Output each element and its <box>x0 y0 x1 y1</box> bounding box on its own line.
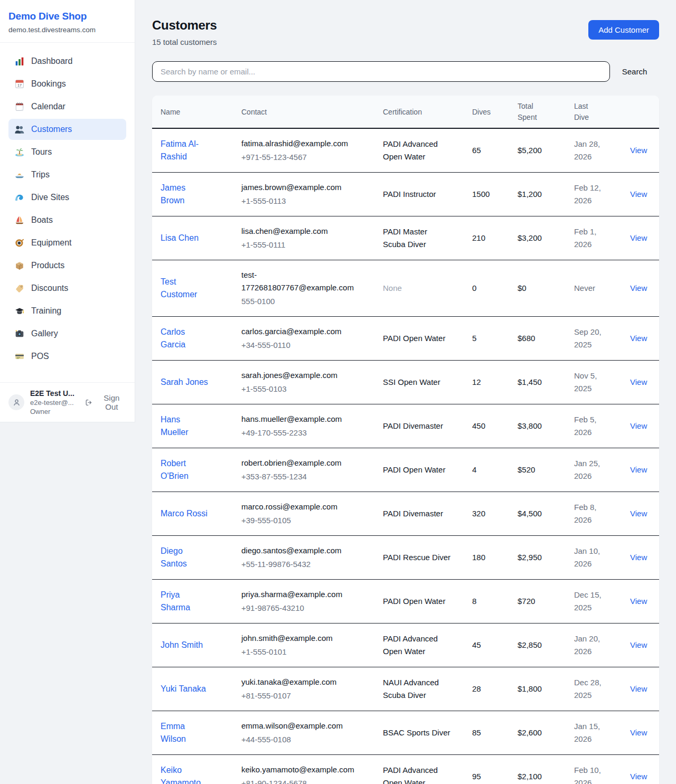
sidebar-item-customers[interactable]: Customers <box>8 119 126 140</box>
total-spent-value: $2,100 <box>509 755 566 784</box>
customer-name-link[interactable]: Keiko Yamamoto <box>161 764 209 784</box>
sidebar-item-label: Gallery <box>31 329 58 338</box>
sidebar-item-boats[interactable]: Boats <box>8 210 126 231</box>
customer-name-link[interactable]: Hans Mueller <box>161 413 209 439</box>
view-link[interactable]: View <box>630 284 647 292</box>
table-row: Priya Sharma priya.sharma@example.com +9… <box>152 580 659 624</box>
view-link[interactable]: View <box>630 553 647 562</box>
customer-email: robert.obrien@example.com <box>241 457 366 469</box>
view-link[interactable]: View <box>630 597 647 606</box>
search-button[interactable]: Search <box>610 67 659 76</box>
dives-value: 180 <box>464 536 509 580</box>
last-dive-value: Feb 8, 2026 <box>574 501 611 526</box>
sidebar-item-discounts[interactable]: Discounts <box>8 278 126 299</box>
customer-name-link[interactable]: Fatima Al-Rashid <box>161 138 209 163</box>
sidebar-item-label: Training <box>31 306 61 316</box>
column-header-last-dive: Last Dive <box>566 96 622 128</box>
customer-name-link[interactable]: Sarah Jones <box>161 376 208 389</box>
sidebar-item-dashboard[interactable]: Dashboard <box>8 51 126 72</box>
customer-name-link[interactable]: Marco Rossi <box>161 507 208 520</box>
sidebar-item-calendar[interactable]: Calendar <box>8 96 126 117</box>
view-link[interactable]: View <box>630 772 647 781</box>
sidebar-item-equipment[interactable]: Equipment <box>8 232 126 253</box>
total-spent-value: $1,800 <box>509 667 566 711</box>
view-link[interactable]: View <box>630 465 647 474</box>
sidebar-item-dive-sites[interactable]: Dive Sites <box>8 187 126 208</box>
sidebar-item-label: Tours <box>31 147 52 157</box>
shop-domain: demo.test.divestreams.com <box>8 26 126 34</box>
dives-value: 5 <box>464 317 509 361</box>
main-content: Customers 15 total customers Add Custome… <box>135 0 676 784</box>
view-link[interactable]: View <box>630 190 647 199</box>
certification-value: PADI Open Water <box>383 595 445 608</box>
last-dive-value: Jan 15, 2026 <box>574 720 611 745</box>
customer-phone: +1-555-0113 <box>241 195 366 207</box>
last-dive-value: Jan 28, 2026 <box>574 138 611 163</box>
last-dive-value: Never <box>574 282 595 295</box>
view-link[interactable]: View <box>630 421 647 430</box>
view-link[interactable]: View <box>630 146 647 155</box>
certification-value: None <box>383 282 402 295</box>
total-spent-value: $3,200 <box>509 216 566 260</box>
shop-name: Demo Dive Shop <box>8 11 126 22</box>
customer-email: priya.sharma@example.com <box>241 588 366 601</box>
customer-name-link[interactable]: Priya Sharma <box>161 589 209 614</box>
customer-name-link[interactable]: Diego Santos <box>161 545 209 570</box>
customer-count: 15 total customers <box>152 37 217 46</box>
sidebar-item-trips[interactable]: Trips <box>8 164 126 185</box>
certification-value: BSAC Sports Diver <box>383 726 450 739</box>
view-link[interactable]: View <box>630 233 647 242</box>
customer-email: emma.wilson@example.com <box>241 720 366 732</box>
sidebar-item-label: Bookings <box>31 79 66 89</box>
search-input[interactable] <box>152 61 610 82</box>
sidebar-item-label: Dive Sites <box>31 193 69 202</box>
customer-email: yuki.tanaka@example.com <box>241 676 366 688</box>
customer-phone: +1-555-0101 <box>241 646 366 658</box>
view-link[interactable]: View <box>630 509 647 518</box>
customer-name-link[interactable]: Test Customer <box>161 276 209 301</box>
sidebar-item-training[interactable]: Training <box>8 300 126 322</box>
view-link[interactable]: View <box>630 728 647 737</box>
sidebar-item-label: Calendar <box>31 102 65 111</box>
table-row: Diego Santos diego.santos@example.com +5… <box>152 536 659 580</box>
sidebar-item-label: POS <box>31 352 49 361</box>
view-link[interactable]: View <box>630 640 647 649</box>
total-spent-value: $720 <box>509 580 566 624</box>
page-title: Customers <box>152 18 217 33</box>
sidebar-item-pos[interactable]: POS <box>8 346 126 367</box>
customer-name-link[interactable]: John Smith <box>161 639 203 651</box>
view-link[interactable]: View <box>630 684 647 693</box>
sidebar-item-products[interactable]: Products <box>8 255 126 276</box>
svg-text:17: 17 <box>17 83 22 88</box>
sign-out-button[interactable]: Sign Out <box>85 393 126 411</box>
table-row: Yuki Tanaka yuki.tanaka@example.com +81-… <box>152 667 659 711</box>
table-row: Sarah Jones sarah.jones@example.com +1-5… <box>152 361 659 404</box>
last-dive-value: Jan 20, 2026 <box>574 632 611 658</box>
dives-value: 0 <box>464 260 509 317</box>
customer-phone: +34-555-0110 <box>241 339 366 352</box>
sidebar-user-footer: E2E Test U... e2e-tester@... Owner Sign … <box>0 382 135 422</box>
customer-name-link[interactable]: Emma Wilson <box>161 720 209 745</box>
customer-phone: 555-0100 <box>241 295 366 308</box>
view-link[interactable]: View <box>630 377 647 386</box>
sidebar-item-bookings[interactable]: 17Bookings <box>8 73 126 95</box>
customer-email: sarah.jones@example.com <box>241 369 366 382</box>
customer-name-link[interactable]: James Brown <box>161 182 209 207</box>
last-dive-value: Feb 12, 2026 <box>574 182 611 207</box>
add-customer-button[interactable]: Add Customer <box>588 20 659 40</box>
customer-name-link[interactable]: Lisa Chen <box>161 232 199 244</box>
customer-phone: +39-555-0105 <box>241 514 366 527</box>
sidebar-item-tours[interactable]: Tours <box>8 141 126 163</box>
customer-phone: +1-555-0103 <box>241 383 366 395</box>
island-icon <box>15 147 24 157</box>
total-spent-value: $2,600 <box>509 711 566 755</box>
sidebar-item-gallery[interactable]: Gallery <box>8 323 126 344</box>
customer-name-link[interactable]: Robert O'Brien <box>161 457 209 483</box>
bar-chart-icon <box>15 56 24 66</box>
view-link[interactable]: View <box>630 334 647 343</box>
customer-email: fatima.alrashid@example.com <box>241 137 366 150</box>
customer-name-link[interactable]: Carlos Garcia <box>161 326 209 351</box>
customer-name-link[interactable]: Yuki Tanaka <box>161 683 206 695</box>
customer-phone: +91-98765-43210 <box>241 602 366 615</box>
last-dive-value: Jan 25, 2026 <box>574 457 611 483</box>
